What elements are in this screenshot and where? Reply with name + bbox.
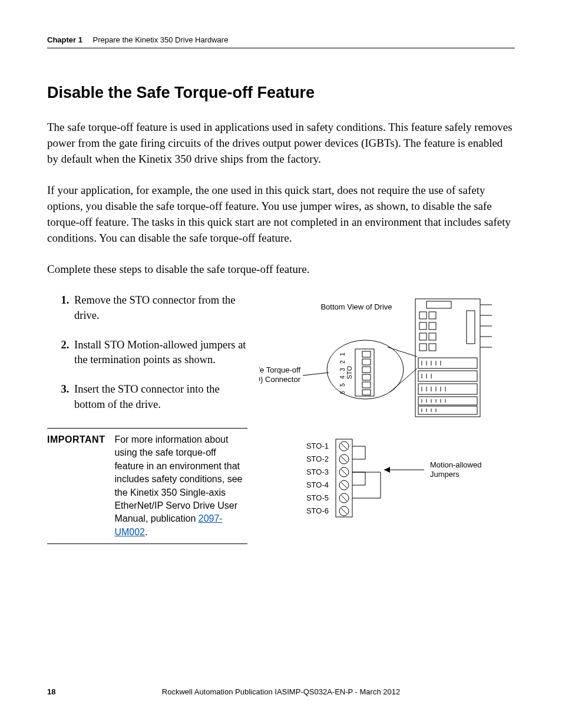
svg-rect-47	[362, 351, 371, 357]
svg-rect-14	[418, 397, 477, 405]
svg-rect-48	[362, 359, 371, 365]
left-column: Remove the STO connector from the drive.…	[47, 293, 247, 544]
chapter-label: Chapter 1	[47, 35, 82, 44]
terminal-block: STO-1 STO-2 STO-3 STO-4 STO-5 STO-6	[306, 439, 482, 517]
step-item: Install STO Motion-allowed jumpers at th…	[72, 338, 247, 368]
pin-number: 1	[339, 353, 346, 356]
svg-marker-70	[384, 467, 390, 473]
svg-rect-11	[418, 358, 477, 368]
section-heading: Disable the Safe Torque-off Feature	[47, 84, 515, 102]
page-footer: 18 Rockwell Automation Publication IASIM…	[47, 687, 515, 696]
publication-info: Rockwell Automation Publication IASIMP-Q…	[47, 687, 515, 696]
drive-bottom-view	[415, 299, 492, 417]
svg-rect-3	[429, 312, 436, 319]
svg-rect-10	[429, 344, 436, 351]
steps-list: Remove the STO connector from the drive.…	[47, 293, 247, 413]
pin-number: 3	[339, 368, 346, 371]
svg-rect-50	[362, 374, 371, 380]
svg-line-55	[303, 373, 329, 375]
svg-rect-52	[362, 390, 371, 395]
important-text-before: For more information about using the saf…	[114, 434, 242, 523]
svg-rect-4	[467, 311, 475, 344]
svg-rect-49	[362, 367, 371, 373]
important-callout: IMPORTANT For more information about usi…	[47, 428, 247, 544]
two-column-region: Remove the STO connector from the drive.…	[47, 293, 515, 544]
svg-rect-7	[419, 333, 427, 340]
body-paragraph-3: Complete these steps to disable the safe…	[47, 262, 515, 278]
terminal-label: STO-5	[306, 493, 329, 502]
svg-rect-6	[429, 322, 436, 330]
diagram-svg: Bottom View of Drive	[259, 293, 513, 541]
page: Chapter 1 Prepare the Kinetix 350 Drive …	[0, 0, 562, 728]
step-item: Insert the STO connector into the bottom…	[72, 382, 247, 413]
chapter-title: Prepare the Kinetix 350 Drive Hardware	[93, 35, 229, 44]
important-text-after: .	[145, 527, 147, 537]
running-header: Chapter 1 Prepare the Kinetix 350 Drive …	[47, 35, 515, 48]
diagram-region: Bottom View of Drive	[259, 293, 515, 541]
svg-rect-1	[427, 301, 451, 308]
body-paragraph-2: If your application, for example, the on…	[47, 183, 515, 246]
svg-rect-8	[429, 333, 436, 340]
svg-rect-12	[418, 371, 477, 381]
sto-connector-detail: STO 1 2 3 4 5 6	[327, 340, 417, 399]
terminal-label: STO-4	[306, 480, 329, 489]
pin-number: 5	[339, 383, 346, 387]
important-label: IMPORTANT	[47, 433, 105, 539]
svg-rect-15	[418, 406, 477, 414]
terminal-label: STO-1	[306, 442, 329, 450]
pin-number: 4	[339, 375, 346, 379]
terminal-label: STO-6	[306, 506, 329, 515]
important-text: For more information about using the saf…	[114, 433, 247, 539]
jumper-label-1: Motion-allowed	[430, 460, 481, 469]
svg-rect-2	[419, 312, 427, 319]
svg-rect-51	[362, 382, 371, 388]
sto-vertical-label: STO	[346, 365, 353, 379]
pin-number: 6	[339, 391, 346, 394]
terminal-label: STO-2	[306, 454, 329, 463]
sto-label-1: Safe Torque-off	[259, 365, 300, 374]
terminal-label: STO-3	[306, 467, 329, 476]
svg-rect-5	[419, 322, 427, 330]
jumper-label-2: Jumpers	[430, 470, 459, 479]
body-paragraph-1: The safe torque-off feature is used in a…	[47, 120, 515, 167]
diagram-top-label: Bottom View of Drive	[320, 302, 392, 311]
svg-rect-9	[419, 344, 427, 351]
pin-number: 2	[339, 360, 346, 364]
sto-label-2: (STO) Connector	[259, 375, 301, 384]
step-item: Remove the STO connector from the drive.	[72, 293, 247, 324]
svg-rect-13	[418, 384, 477, 394]
